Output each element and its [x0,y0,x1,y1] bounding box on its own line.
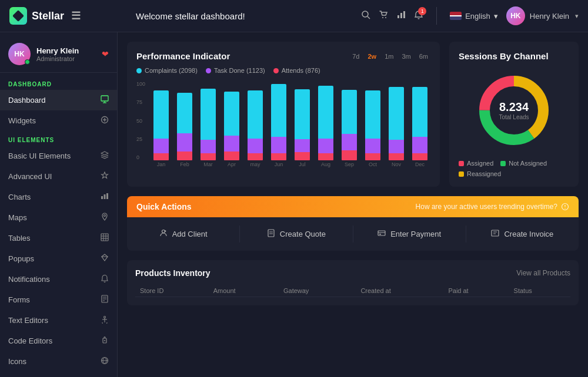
performance-chart: 100 75 50 25 0 JanFebMarAprmayJunJulAugS… [136,81,430,172]
legend-assigned: Assigned [459,160,493,167]
col-amount: Amount [209,285,279,297]
sidebar-item-maps[interactable]: Maps [0,207,117,228]
bell-icon[interactable]: 1 [414,10,423,22]
sidebar-item-popups[interactable]: Popups [0,248,117,269]
sidebar-item-widgets[interactable]: Widgets [0,110,117,131]
top-row: Performance Indicator 7d 2w 1m 3m 6m Com… [127,42,579,187]
bar-purple [318,139,333,153]
bar-cyan [412,87,427,137]
sidebar-item-basic-ui[interactable]: Basic UI Elements [0,146,117,166]
svg-rect-13 [101,196,103,199]
svg-rect-15 [106,193,108,199]
bar-label-Dec: Dec [409,161,430,167]
chart-icon[interactable] [396,10,406,22]
sidebar-item-text-editors[interactable]: Text Editors [0,310,117,331]
bar-cyan [389,87,403,140]
sidebar-section-extra: EXTRA PAGES [0,372,117,377]
enter-payment-action[interactable]: Enter Payment [353,225,466,243]
bar-cyan [318,86,333,139]
user-notifications-icon[interactable]: ❤ [102,49,109,59]
create-invoice-label: Create Invoice [504,230,553,238]
search-icon[interactable] [361,10,370,22]
col-paid-at: Paid at [443,285,509,297]
sidebar-item-notifications[interactable]: Notifications [0,269,117,290]
quick-actions-card: Quick Actions How are your active users … [127,196,579,251]
bar-red [248,153,262,161]
bar-red [389,153,403,161]
svg-point-39 [564,208,565,208]
bar-label-Sep: Sep [339,161,360,167]
globe-icon [92,356,109,366]
bar-cyan [365,90,380,138]
bar-chart-icon [92,192,109,202]
cart-icon[interactable] [379,10,388,22]
bar-cyan [248,90,262,138]
sidebar-item-advanced-ui[interactable]: Advanced UI [0,166,117,187]
sidebar-item-charts[interactable]: Charts [0,187,117,207]
filter-6m[interactable]: 6m [417,52,430,61]
create-quote-action[interactable]: Create Quote [240,225,353,243]
bar-purple [295,139,309,153]
bar-purple [224,136,239,152]
sidebar-item-dashboard[interactable]: Dashboard [0,90,117,110]
svg-rect-14 [104,194,106,199]
col-store-id: Store ID [135,285,209,297]
legend-task-done: Task Done (1123) [206,67,265,74]
col-gateway: Gateway [279,285,356,297]
sidebar-item-tables[interactable]: Tables [0,228,117,248]
sessions-title: Sessions By Channel [459,51,569,61]
bar-red [153,153,168,161]
bar-purple [365,139,380,153]
book-icon [92,295,109,305]
bar-red [365,153,380,161]
sidebar-label-text-editors: Text Editors [8,316,48,325]
quick-actions-body: Add Client Create Quote Enter Payment [127,217,579,251]
bar-red [177,152,192,160]
performance-legend: Complaints (2098) Task Done (1123) Atten… [136,67,430,74]
sidebar-item-icons[interactable]: Icons [0,351,117,372]
filter-1m[interactable]: 1m [382,52,396,61]
add-client-action[interactable]: Add Client [127,225,240,243]
gem-icon [92,254,109,264]
bar-red [224,152,239,160]
view-all-products-link[interactable]: View all Products [516,269,570,277]
bar-group-Dec [409,87,430,160]
anchor-icon [92,315,109,325]
filter-7d[interactable]: 7d [350,52,362,61]
bar-label-Feb: Feb [174,161,195,167]
brand-name: Stellar [32,10,64,22]
sidebar-label-tables: Tables [8,234,31,243]
sidebar-user-role: Administrator [36,55,79,62]
user-menu[interactable]: HK Henry Klein ▾ [506,6,579,25]
bar-group-Jan [151,90,172,160]
filter-2w[interactable]: 2w [365,52,379,61]
products-table: Store ID Amount Gateway Created at Paid … [135,285,570,297]
bar-red [271,153,286,161]
brand: Stellar ☰ [9,7,124,25]
quick-actions-subtitle: How are your active users trending overt… [416,203,569,211]
create-quote-icon [267,229,275,239]
content-area: Performance Indicator 7d 2w 1m 3m 6m Com… [118,32,588,377]
products-card: Products Inventory View all Products Sto… [127,260,579,305]
bar-label-may: may [245,161,266,167]
sidebar-avatar: HK [8,43,31,65]
svg-point-27 [104,317,106,318]
bar-group-Feb [174,93,195,160]
create-invoice-action[interactable]: Create Invoice [466,225,579,243]
sidebar-section-ui: UI ELEMENTS [0,131,117,146]
hamburger-button[interactable]: ☰ [71,9,81,22]
bar-label-Jan: Jan [151,161,172,167]
products-header: Products Inventory View all Products [135,268,570,278]
svg-point-2 [382,17,383,18]
bar-purple [271,137,286,153]
bar-cyan [153,90,168,138]
bar-cyan [342,90,356,134]
donut-label: Total Leads [499,114,529,120]
sidebar-item-code-editors[interactable]: Code Editors [0,331,117,351]
legend-attends: Attends (876) [273,67,320,74]
sidebar-item-forms[interactable]: Forms [0,290,117,310]
filter-3m[interactable]: 3m [399,52,413,61]
svg-rect-4 [397,15,399,18]
navbar-icons: 1 English ▾ HK Henry Klein ▾ [361,6,579,25]
language-selector[interactable]: English ▾ [450,12,498,21]
